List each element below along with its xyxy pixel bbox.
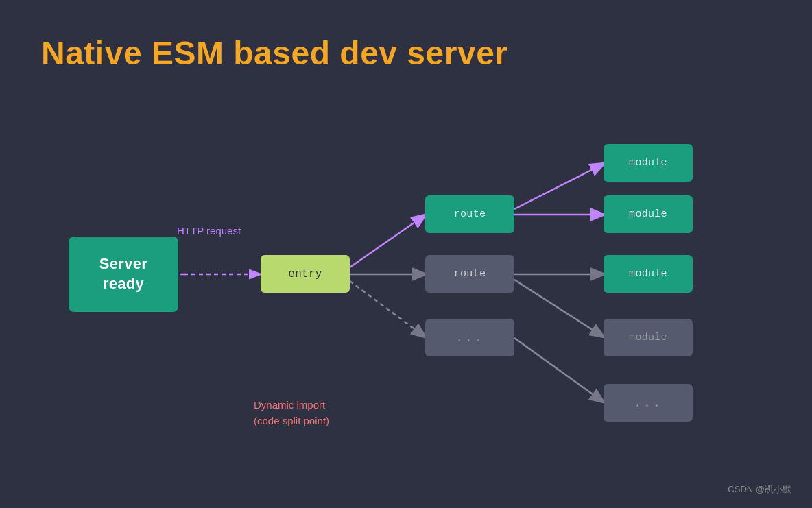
module1-box: module bbox=[604, 144, 693, 182]
module3-label: module bbox=[629, 268, 667, 280]
dots1-label: ... bbox=[455, 331, 483, 345]
route1-label: route bbox=[454, 208, 486, 220]
diagram: Serverready HTTP request entry route rou… bbox=[0, 103, 812, 487]
server-ready-label: Serverready bbox=[99, 254, 147, 293]
module2-box: module bbox=[604, 195, 693, 233]
watermark: CSDN @凯小默 bbox=[728, 483, 791, 496]
module1-label: module bbox=[629, 157, 667, 169]
dots1-box: ... bbox=[425, 319, 514, 356]
dots2-box: ... bbox=[604, 384, 693, 422]
server-ready-box: Serverready bbox=[69, 237, 178, 312]
module3-box: module bbox=[604, 255, 693, 293]
slide-title: Native ESM based dev server bbox=[41, 34, 771, 72]
slide: Native ESM based dev server bbox=[0, 0, 812, 508]
route1-box: route bbox=[425, 195, 514, 233]
svg-line-4 bbox=[350, 281, 424, 336]
route2-box: route bbox=[425, 255, 514, 293]
dots2-label: ... bbox=[634, 396, 662, 410]
module2-label: module bbox=[629, 208, 667, 220]
svg-line-8 bbox=[514, 280, 602, 336]
svg-line-9 bbox=[514, 338, 602, 401]
entry-label: entry bbox=[288, 268, 322, 280]
module4-label: module bbox=[629, 332, 667, 343]
http-request-label: HTTP request bbox=[177, 225, 241, 237]
svg-line-2 bbox=[350, 216, 424, 267]
dynamic-import-label: Dynamic import(code split point) bbox=[254, 398, 329, 428]
module4-box: module bbox=[604, 319, 693, 356]
entry-box: entry bbox=[261, 255, 350, 293]
svg-line-5 bbox=[514, 165, 602, 209]
route2-label: route bbox=[454, 268, 486, 280]
